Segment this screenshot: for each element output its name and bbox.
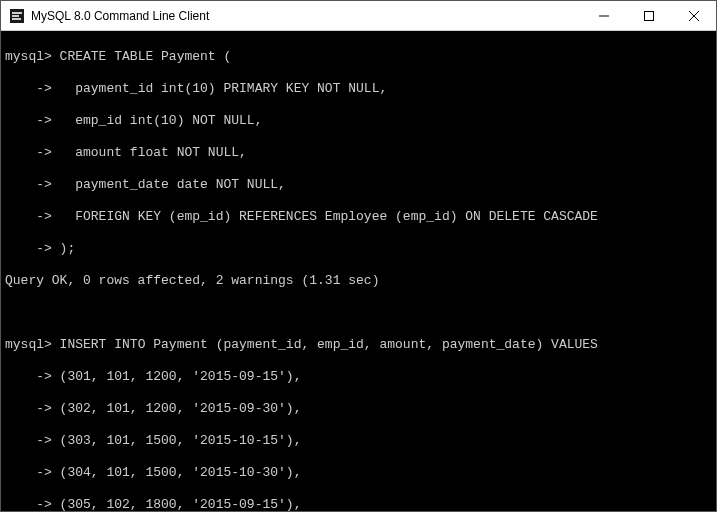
maximize-button[interactable] [626, 1, 671, 30]
cont-prompt: -> [5, 369, 52, 384]
query-result: Query OK, 0 rows affected, 2 warnings (1… [5, 273, 712, 289]
sql-text: payment_date date NOT NULL, [52, 177, 286, 192]
sql-text: CREATE TABLE Payment ( [52, 49, 231, 64]
svg-rect-5 [644, 11, 653, 20]
cont-prompt: -> [5, 241, 52, 256]
cont-prompt: -> [5, 209, 52, 224]
svg-rect-1 [12, 12, 22, 14]
app-window: MySQL 8.0 Command Line Client mysql> CRE… [0, 0, 717, 512]
cont-prompt: -> [5, 465, 52, 480]
sql-text: FOREIGN KEY (emp_id) REFERENCES Employee… [52, 209, 598, 224]
cont-prompt: -> [5, 433, 52, 448]
window-title: MySQL 8.0 Command Line Client [31, 9, 581, 23]
prompt: mysql> [5, 337, 52, 352]
sql-text: (301, 101, 1200, '2015-09-15'), [52, 369, 302, 384]
cont-prompt: -> [5, 177, 52, 192]
svg-rect-2 [12, 15, 19, 17]
cont-prompt: -> [5, 113, 52, 128]
prompt: mysql> [5, 49, 52, 64]
sql-text: emp_id int(10) NOT NULL, [52, 113, 263, 128]
minimize-button[interactable] [581, 1, 626, 30]
svg-rect-3 [12, 18, 21, 20]
window-controls [581, 1, 716, 30]
sql-text: (304, 101, 1500, '2015-10-30'), [52, 465, 302, 480]
titlebar[interactable]: MySQL 8.0 Command Line Client [1, 1, 716, 31]
cont-prompt: -> [5, 497, 52, 511]
sql-text: amount float NOT NULL, [52, 145, 247, 160]
cont-prompt: -> [5, 81, 52, 96]
sql-text: payment_id int(10) PRIMARY KEY NOT NULL, [52, 81, 387, 96]
blank-line [5, 305, 712, 321]
sql-text: (305, 102, 1800, '2015-09-15'), [52, 497, 302, 511]
app-icon [9, 8, 25, 24]
cont-prompt: -> [5, 145, 52, 160]
close-button[interactable] [671, 1, 716, 30]
sql-text: (302, 101, 1200, '2015-09-30'), [52, 401, 302, 416]
terminal-output[interactable]: mysql> CREATE TABLE Payment ( -> payment… [1, 31, 716, 511]
cont-prompt: -> [5, 401, 52, 416]
sql-text: INSERT INTO Payment (payment_id, emp_id,… [52, 337, 598, 352]
sql-text: (303, 101, 1500, '2015-10-15'), [52, 433, 302, 448]
sql-text: ); [52, 241, 75, 256]
